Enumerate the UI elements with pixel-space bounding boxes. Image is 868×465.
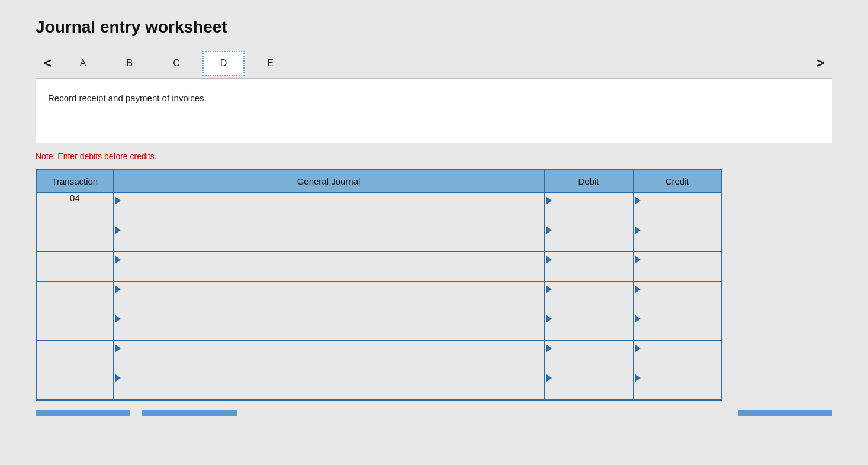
journal-table: Transaction General Journal Debit Credit… (36, 169, 722, 401)
cell-debit-0[interactable] (544, 193, 633, 222)
tab-B[interactable]: B (109, 51, 151, 76)
tab-C[interactable]: C (155, 51, 198, 76)
cell-transaction-5[interactable] (36, 341, 113, 370)
table-row: 04 (36, 193, 722, 222)
entry-arrow-icon (635, 374, 641, 382)
entry-arrow-icon (115, 196, 121, 205)
cell-debit-3[interactable] (544, 282, 633, 311)
bottom-btn-3[interactable] (738, 410, 832, 416)
cell-debit-1[interactable] (544, 222, 633, 252)
entry-arrow-icon (635, 315, 641, 323)
cell-journal-2[interactable] (113, 252, 544, 282)
nav-prev-arrow[interactable]: < (36, 51, 60, 76)
cell-journal-1[interactable] (113, 222, 544, 252)
table-header-row: Transaction General Journal Debit Credit (36, 170, 722, 193)
cell-transaction-6[interactable] (36, 370, 113, 400)
cell-journal-4[interactable] (113, 311, 544, 341)
entry-arrow-icon (115, 226, 121, 234)
entry-arrow-icon (635, 256, 641, 264)
bottom-btn-2[interactable] (142, 410, 237, 416)
entry-arrow-icon (115, 374, 121, 382)
cell-debit-5[interactable] (544, 341, 633, 370)
cell-journal-0[interactable] (113, 193, 544, 222)
cell-transaction-4[interactable] (36, 311, 113, 341)
cell-credit-2[interactable] (633, 252, 722, 282)
entry-arrow-icon (635, 226, 641, 234)
col-header-general-journal: General Journal (113, 170, 544, 193)
cell-journal-6[interactable] (113, 370, 544, 400)
entry-arrow-icon (635, 285, 641, 293)
cell-credit-1[interactable] (633, 222, 722, 252)
cell-credit-4[interactable] (633, 311, 722, 341)
bottom-btn-1[interactable] (36, 410, 130, 416)
entry-arrow-icon (546, 344, 552, 353)
entry-arrow-icon (635, 344, 641, 353)
entry-arrow-icon (546, 196, 552, 205)
cell-credit-5[interactable] (633, 341, 722, 370)
table-row (36, 282, 722, 311)
table-row (36, 222, 722, 252)
cell-journal-5[interactable] (113, 341, 544, 370)
col-header-credit: Credit (633, 170, 722, 193)
description-box: Record receipt and payment of invoices. (36, 78, 832, 143)
page-title: Journal entry worksheet (36, 18, 832, 37)
table-row (36, 341, 722, 370)
cell-transaction-3[interactable] (36, 282, 113, 311)
table-row (36, 370, 722, 400)
table-row (36, 311, 722, 341)
cell-debit-4[interactable] (544, 311, 633, 341)
cell-journal-3[interactable] (113, 282, 544, 311)
tab-D[interactable]: D (202, 51, 245, 76)
entry-arrow-icon (115, 285, 121, 293)
cell-credit-0[interactable] (633, 193, 722, 222)
tab-E[interactable]: E (249, 51, 291, 76)
entry-arrow-icon (115, 315, 121, 323)
table-row (36, 252, 722, 282)
cell-transaction-2[interactable] (36, 252, 113, 282)
entry-arrow-icon (115, 344, 121, 353)
entry-arrow-icon (115, 256, 121, 264)
note-text: Note: Enter debits before credits. (36, 151, 832, 161)
cell-transaction-0[interactable]: 04 (36, 193, 113, 222)
description-text: Record receipt and payment of invoices. (48, 93, 207, 103)
cell-debit-2[interactable] (544, 252, 633, 282)
cell-credit-6[interactable] (633, 370, 722, 400)
nav-next-arrow[interactable]: > (808, 51, 832, 76)
cell-credit-3[interactable] (633, 282, 722, 311)
entry-arrow-icon (546, 256, 552, 264)
cell-debit-6[interactable] (544, 370, 633, 400)
entry-arrow-icon (546, 315, 552, 323)
entry-arrow-icon (635, 196, 641, 205)
entry-arrow-icon (546, 374, 552, 382)
tab-navigation: < A B C D E > (36, 51, 832, 76)
col-header-transaction: Transaction (36, 170, 113, 193)
entry-arrow-icon (546, 226, 552, 234)
cell-transaction-1[interactable] (36, 222, 113, 252)
bottom-buttons (36, 410, 832, 416)
tab-A[interactable]: A (62, 51, 104, 76)
col-header-debit: Debit (544, 170, 633, 193)
entry-arrow-icon (546, 285, 552, 293)
